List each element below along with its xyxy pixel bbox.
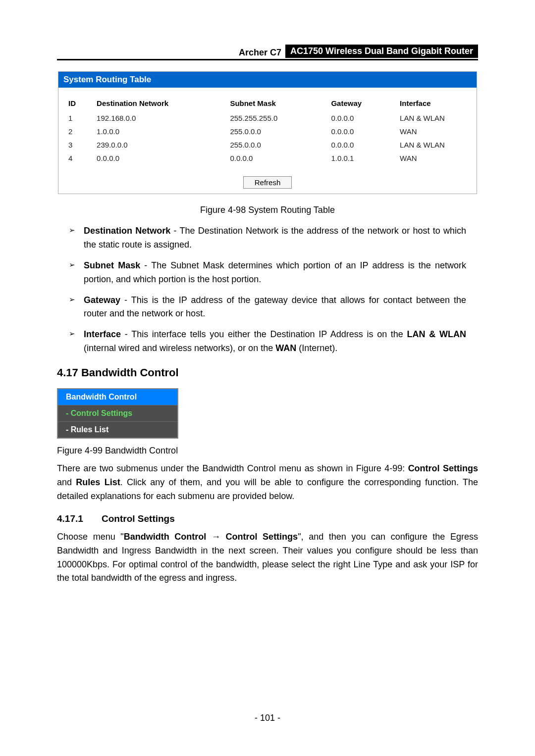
- cell-dest: 192.168.0.0: [94, 111, 227, 125]
- control-settings-paragraph: Choose menu "Bandwidth Control → Control…: [57, 530, 478, 586]
- cell-mask: 255.0.0.0: [227, 138, 328, 151]
- page-number: - 101 -: [0, 713, 535, 723]
- router-badge: AC1750 Wireless Dual Band Gigabit Router: [285, 45, 478, 58]
- col-id: ID: [65, 97, 94, 111]
- cell-gw: 0.0.0.0: [328, 125, 397, 138]
- table-header-row: ID Destination Network Subnet Mask Gatew…: [65, 97, 470, 111]
- table-row: 3 239.0.0.0 255.0.0.0 0.0.0.0 LAN & WLAN: [65, 138, 470, 151]
- col-mask: Subnet Mask: [227, 97, 328, 111]
- definition-list: ➢ Destination Network - The Destination …: [69, 224, 466, 355]
- bullet-icon: ➢: [69, 259, 84, 287]
- cell-gw: 0.0.0.0: [328, 111, 397, 125]
- cell-gw: 0.0.0.0: [328, 138, 397, 151]
- list-item: ➢ Destination Network - The Destination …: [69, 224, 466, 252]
- page-header: Archer C7 AC1750 Wireless Dual Band Giga…: [57, 45, 478, 60]
- col-gateway: Gateway: [328, 97, 397, 111]
- bullet-icon: ➢: [69, 224, 84, 252]
- list-item: ➢ Subnet Mask - The Subnet Mask determin…: [69, 259, 466, 287]
- cell-dest: 239.0.0.0: [94, 138, 227, 151]
- cell-if: WAN: [397, 151, 470, 165]
- subsection-heading: 4.17.1Control Settings: [57, 513, 478, 524]
- cell-dest: 1.0.0.0: [94, 125, 227, 138]
- cell-if: LAN & WLAN: [397, 111, 470, 125]
- bullet-icon: ➢: [69, 328, 84, 355]
- cell-dest: 0.0.0.0: [94, 151, 227, 165]
- list-text: Gateway - This is the IP address of the …: [84, 294, 466, 321]
- intro-paragraph: There are two submenus under the Bandwid…: [57, 462, 478, 504]
- cell-mask: 255.0.0.0: [227, 125, 328, 138]
- cell-if: LAN & WLAN: [397, 138, 470, 151]
- cell-mask: 255.255.255.0: [227, 111, 328, 125]
- table-row: 2 1.0.0.0 255.0.0.0 0.0.0.0 WAN: [65, 125, 470, 138]
- cell-id: 1: [65, 111, 94, 125]
- cell-id: 3: [65, 138, 94, 151]
- cell-id: 2: [65, 125, 94, 138]
- cell-id: 4: [65, 151, 94, 165]
- table-row: 1 192.168.0.0 255.255.255.0 0.0.0.0 LAN …: [65, 111, 470, 125]
- arrow-icon: →: [206, 532, 225, 542]
- routing-table-title: System Routing Table: [58, 72, 477, 88]
- cell-mask: 0.0.0.0: [227, 151, 328, 165]
- figure-99-caption: Figure 4-99 Bandwidth Control: [57, 446, 478, 456]
- list-item: ➢ Gateway - This is the IP address of th…: [69, 294, 466, 321]
- routing-table: ID Destination Network Subnet Mask Gatew…: [65, 97, 470, 165]
- bandwidth-nav-menu: Bandwidth Control - Control Settings - R…: [57, 388, 178, 439]
- list-text: Interface - This interface tells you eit…: [84, 328, 466, 355]
- section-heading: 4.17 Bandwidth Control: [57, 366, 478, 379]
- list-text: Destination Network - The Destination Ne…: [84, 224, 466, 252]
- nav-head[interactable]: Bandwidth Control: [58, 389, 177, 405]
- bullet-icon: ➢: [69, 294, 84, 321]
- nav-control-settings[interactable]: - Control Settings: [58, 405, 177, 422]
- cell-if: WAN: [397, 125, 470, 138]
- model-label: Archer C7: [239, 48, 285, 58]
- col-interface: Interface: [397, 97, 470, 111]
- routing-table-panel: System Routing Table ID Destination Netw…: [58, 71, 477, 194]
- cell-gw: 1.0.0.1: [328, 151, 397, 165]
- list-text: Subnet Mask - The Subnet Mask determines…: [84, 259, 466, 287]
- list-item: ➢ Interface - This interface tells you e…: [69, 328, 466, 355]
- figure-98-caption: Figure 4-98 System Routing Table: [57, 205, 478, 215]
- nav-rules-list[interactable]: - Rules List: [58, 422, 177, 438]
- table-row: 4 0.0.0.0 0.0.0.0 1.0.0.1 WAN: [65, 151, 470, 165]
- refresh-button[interactable]: Refresh: [243, 176, 292, 189]
- col-dest: Destination Network: [94, 97, 227, 111]
